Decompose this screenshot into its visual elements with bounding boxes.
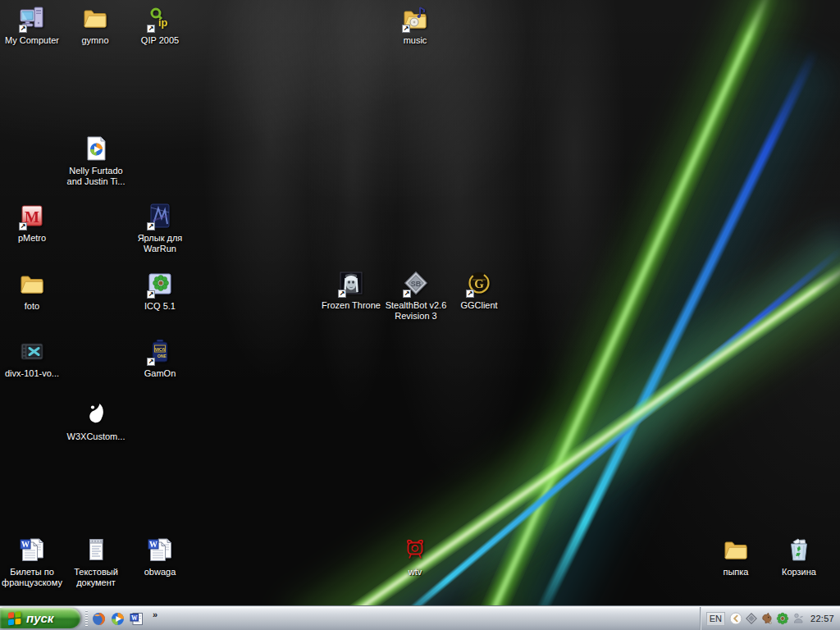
folder-music-icon: ↗: [401, 5, 429, 33]
quick-launch-drag-handle[interactable]: [85, 610, 88, 628]
taskbar-clock[interactable]: 22:57: [810, 614, 834, 623]
desktop-icon-music[interactable]: ↗music: [380, 5, 450, 46]
gray-figure-tray-icon[interactable]: [792, 612, 805, 625]
desktop-icon-label: StealthBot v2.6 Revision 3: [381, 300, 451, 322]
folder-icon: [81, 5, 109, 33]
quick-launch-overflow-chevron-icon[interactable]: »: [153, 609, 158, 619]
stealthbot-tray-icon[interactable]: [745, 612, 758, 625]
desktop-icon-warrun[interactable]: ↗Ярлык для WarRun: [125, 203, 195, 254]
icq-flower-tray-icon[interactable]: [776, 612, 789, 625]
desktop-icon-label: ICQ 5.1: [125, 301, 195, 312]
desktop-icon-label: Frozen Throne: [316, 300, 386, 311]
shortcut-arrow-icon: ↗: [147, 222, 155, 231]
warrun-icon: ↗: [146, 203, 174, 231]
desktop-icon-label: QIP 2005: [125, 35, 195, 46]
desktop-icon-bilety[interactable]: WБилеты по французскому: [0, 536, 67, 588]
svg-text:G: G: [474, 277, 484, 290]
desktop-icon-my-computer[interactable]: ↗My Computer: [0, 5, 67, 46]
windows-flag-icon: [7, 611, 22, 626]
word-quicklaunch-icon[interactable]: W: [130, 612, 144, 626]
notepad-icon: [82, 536, 110, 564]
shortcut-arrow-icon: ↗: [147, 290, 155, 299]
system-tray: EN 22:57: [701, 607, 840, 630]
yinyang-icon: [82, 401, 110, 429]
start-button-label: пуск: [26, 611, 53, 626]
desktop-icon-label: Корзина: [764, 567, 834, 578]
svg-text:SB: SB: [411, 280, 422, 288]
svg-text:ONE: ONE: [158, 354, 167, 358]
desktop-icon-label: пыпка: [701, 567, 771, 578]
svg-text:W: W: [21, 540, 30, 549]
frozen-icon: ↗: [337, 270, 365, 298]
desktop-icon-korzina[interactable]: Корзина: [764, 536, 834, 578]
svg-text:W: W: [149, 540, 158, 549]
desktop-icon-gamon[interactable]: WC6ONE↗GamOn: [125, 338, 195, 379]
desktop-icon-label: Nelly Furtado and Justin Ti...: [61, 166, 131, 187]
computer-icon: ↗: [18, 5, 46, 33]
desktop-icon-stealthbot[interactable]: SB↗StealthBot v2.6 Revision 3: [381, 270, 451, 322]
svg-text:W: W: [131, 614, 138, 621]
shortcut-arrow-icon: ↗: [338, 290, 346, 298]
desktop-icon-ggclient[interactable]: G↗GGClient: [444, 270, 514, 311]
quick-launch-bar: W: [92, 607, 144, 630]
windows-media-player-quicklaunch-icon[interactable]: [111, 612, 125, 626]
desktop-icon-label: divx-101-vo...: [0, 368, 67, 379]
qip-icon: ip↗: [146, 5, 174, 33]
folder-icon: [18, 271, 46, 299]
start-button[interactable]: пуск: [0, 608, 80, 628]
firefox-quicklaunch-icon[interactable]: [92, 612, 106, 626]
shortcut-arrow-icon: ↗: [147, 358, 155, 366]
desktop-icon-divx[interactable]: divx-101-vo...: [0, 338, 67, 379]
icq-icon: ↗: [146, 271, 174, 299]
desktop-icon-wtv[interactable]: wtv: [380, 536, 450, 578]
pmetro-icon: M↗: [18, 203, 46, 231]
divx-icon: [18, 338, 46, 366]
desktop-screen: ↗My Computergymnoip↗QIP 2005↗musicNelly …: [0, 0, 840, 630]
desktop-icon-label: wtv: [380, 567, 450, 578]
desktop-icon-obwaga[interactable]: Wobwaga: [125, 536, 195, 578]
emule-tray-icon[interactable]: [760, 612, 774, 625]
folder-icon: [722, 536, 750, 564]
hide-icons-chevron-tray-icon[interactable]: [729, 612, 742, 625]
desktop-icon-label: W3XCustom...: [61, 431, 131, 442]
desktop-icon-w3xcustom[interactable]: W3XCustom...: [61, 401, 131, 442]
desktop-icon-label: Текстовый документ: [61, 567, 131, 588]
desktop-icon-pypka[interactable]: пыпка: [701, 536, 771, 578]
shortcut-arrow-icon: ↗: [402, 25, 410, 33]
word-doc-icon: W: [18, 536, 46, 564]
desktop-icon-label: GGClient: [444, 300, 514, 311]
desktop-icon-label: GamOn: [125, 368, 195, 379]
gamon-icon: WC6ONE↗: [146, 338, 174, 366]
language-indicator[interactable]: EN: [706, 612, 725, 626]
ggclient-icon: G↗: [465, 270, 493, 298]
svg-text:ip: ip: [158, 16, 168, 29]
desktop-icon-icq-51[interactable]: ↗ICQ 5.1: [125, 271, 195, 312]
desktop-icon-qip-2005[interactable]: ip↗QIP 2005: [125, 5, 195, 46]
shortcut-arrow-icon: ↗: [466, 290, 474, 298]
shortcut-arrow-icon: ↗: [19, 25, 27, 33]
shortcut-arrow-icon: ↗: [147, 25, 155, 33]
svg-text:WC6: WC6: [155, 347, 165, 352]
taskbar: пуск W » EN 22:57: [0, 606, 840, 630]
desktop-icon-foto[interactable]: foto: [0, 271, 67, 312]
desktop-icon-label: obwaga: [125, 567, 195, 578]
desktop-icon-label: music: [380, 35, 450, 46]
desktop-icon-tekstovy[interactable]: Текстовый документ: [61, 536, 131, 588]
desktop-icon-label: Ярлык для WarRun: [125, 233, 195, 254]
desktop-icon-label: gymno: [60, 35, 130, 46]
wmp-file-icon: [82, 135, 110, 163]
desktop-icon-gymno[interactable]: gymno: [60, 5, 130, 46]
desktop-icon-label: Билеты по французскому: [0, 567, 67, 588]
shortcut-arrow-icon: ↗: [403, 290, 411, 298]
devil-icon: [401, 536, 429, 564]
desktop-icon-label: My Computer: [0, 35, 67, 46]
desktop-icon-label: foto: [0, 301, 67, 312]
desktop-icon-frozen-throne[interactable]: ↗Frozen Throne: [316, 270, 386, 311]
desktop-icon-nelly-furtado[interactable]: Nelly Furtado and Justin Ti...: [61, 135, 131, 187]
shortcut-arrow-icon: ↗: [19, 222, 27, 231]
desktop-icon-pmetro[interactable]: M↗pMetro: [0, 203, 67, 244]
desktop-icon-area: ↗My Computergymnoip↗QIP 2005↗musicNelly …: [0, 0, 840, 607]
stealthbot-icon: SB↗: [402, 270, 430, 298]
tray-icon-group: [729, 612, 805, 625]
word-doc-icon: W: [146, 536, 174, 564]
